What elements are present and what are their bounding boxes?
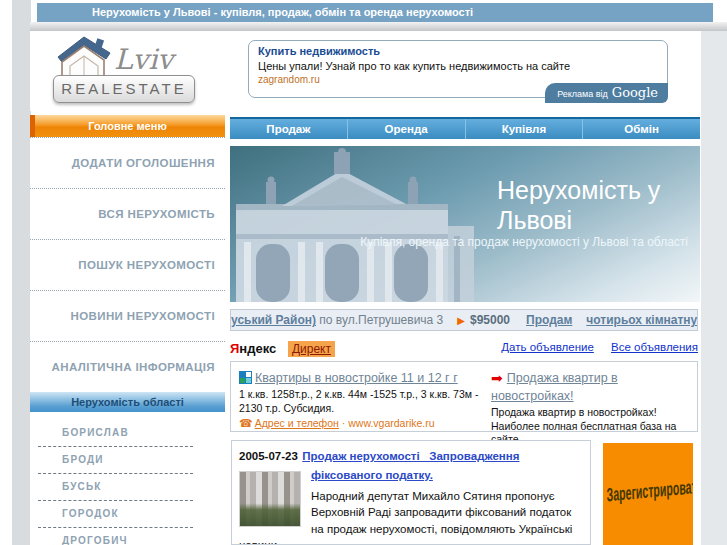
yandex-ads-box: Квартиры в новостройке 11 и 12 г г 1 к.к…: [230, 361, 698, 432]
site-logo[interactable]: Lviv REALESTATE: [36, 33, 236, 109]
sidebar-item-analytics[interactable]: АНАЛІТИЧНА ІНФОРМАЦІЯ: [30, 342, 225, 392]
yandex-direct-link[interactable]: Директ: [288, 341, 335, 357]
page: Нерухомість у Львові - купівля, продаж, …: [0, 0, 727, 545]
sidebar-item-search[interactable]: ПОШУК НЕРУХОМОСТІ: [30, 240, 225, 290]
phone-icon: ☎: [239, 417, 253, 429]
favicon-icon: [239, 371, 252, 384]
ticker-triangle-icon: ▶: [457, 315, 465, 326]
hero-title: Нерухомість у Львові: [497, 176, 700, 235]
main-content: Продаж Оренда Купівля Обмін: [230, 0, 700, 545]
sidebar-main-menu-header: Головне меню: [30, 115, 225, 137]
yandex-ad-1: Квартиры в новостройке 11 и 12 г г 1 к.к…: [239, 368, 491, 425]
tab-exchange[interactable]: Обмін: [582, 119, 700, 139]
yandex-ad-2-title-link[interactable]: Продажа квартир в новостройках!: [491, 371, 618, 403]
yandex-header-links: Дать объявление Все объявления: [487, 341, 698, 353]
news-date: 2005-07-23: [239, 450, 298, 462]
register-ad-text: Зарегистрироваться: [606, 477, 689, 505]
window-right-band: [701, 30, 727, 545]
place-ad-link[interactable]: Дать объявление: [501, 341, 594, 353]
register-ad-banner[interactable]: Зарегистрироваться: [603, 443, 693, 545]
sidebar-regions-header: Нерухомість області: [30, 392, 225, 412]
yandex-ad-1-footer: ☎Адрес и телефон · www.vgardarike.ru: [239, 417, 481, 430]
main-nav: Продаж Оренда Купівля Обмін: [230, 117, 700, 139]
sidebar: Головне меню ДОДАТИ ОГОЛОШЕННЯ ВСЯ НЕРУХ…: [30, 115, 225, 545]
realestate-button[interactable]: REALESTATE: [53, 75, 195, 103]
hero-subtitle: Купівля, оренда та продаж нерухомості у …: [358, 234, 688, 250]
yandex-direct-header: Яндекс Директ Дать объявление Все объявл…: [230, 341, 698, 358]
region-item-horodok[interactable]: ГОРОДОК: [30, 501, 225, 527]
ticker-district-link[interactable]: уський Район): [231, 313, 316, 327]
region-list: БОРИСЛАВ БРОДИ БУСЬК ГОРОДОК ДРОГОБИЧ: [30, 412, 225, 545]
region-item-brody[interactable]: БРОДИ: [30, 447, 225, 473]
hero-banner: Нерухомість у Львові Купівля, оренда та …: [230, 146, 700, 302]
footer-separator: ·: [339, 417, 348, 429]
window-left-band: [12, 0, 31, 545]
address-phone-link[interactable]: Адрес и телефон: [255, 417, 339, 429]
yandex-logo-initial: Я: [230, 341, 239, 356]
region-item-busk[interactable]: БУСЬК: [30, 474, 225, 500]
yandex-logo: Яндекс: [230, 341, 276, 356]
ticker-object-link[interactable]: чотирьох кімнатну квартиру: [586, 313, 698, 327]
yandex-ad-1-body: 1 к.кв. 1258т.р., 2 к.кв. 44м -1525 т.р.…: [239, 388, 481, 415]
ticker-price: $95000: [470, 313, 510, 327]
all-ads-link[interactable]: Все объявления: [611, 341, 698, 353]
listings-ticker: уський Район) по вул.Петрушевича 3▶$9500…: [230, 309, 698, 331]
sidebar-item-news[interactable]: НОВИНИ НЕРУХОМОСТІ: [30, 291, 225, 341]
sidebar-item-all-realestate[interactable]: ВСЯ НЕРУХОМІСТЬ: [30, 189, 225, 239]
ticker-action-link[interactable]: Продам: [526, 313, 572, 327]
news-title-link[interactable]: Продаж нерухомості Запровадження фіксова…: [302, 450, 519, 481]
sidebar-item-add-listing[interactable]: ДОДАТИ ОГОЛОШЕННЯ: [30, 138, 225, 188]
yandex-ad-2: ➡Продажа квартир в новостройках! Продажа…: [491, 368, 689, 425]
news-item: 2005-07-23 Продаж нерухомості Запровадже…: [231, 440, 591, 545]
yandex-logo-rest: ндекс: [239, 341, 276, 356]
tab-buy[interactable]: Купівля: [465, 119, 583, 139]
region-item-boryslav[interactable]: БОРИСЛАВ: [30, 420, 225, 446]
yandex-ad-1-title-link[interactable]: Квартиры в новостройке 11 и 12 г г: [255, 371, 458, 385]
region-item-drohobych[interactable]: ДРОГОБИЧ: [30, 528, 225, 545]
tab-rent[interactable]: Оренда: [347, 119, 465, 139]
logo-script-text: Lviv: [114, 43, 173, 76]
red-arrow-icon: ➡: [491, 370, 503, 386]
yandex-ad-1-url[interactable]: www.vgardarike.ru: [348, 417, 434, 429]
opera-house-image: [230, 146, 488, 302]
tab-sale[interactable]: Продаж: [230, 119, 347, 139]
news-thumbnail: [239, 471, 301, 527]
ticker-address: по вул.Петрушевича 3: [316, 313, 443, 327]
